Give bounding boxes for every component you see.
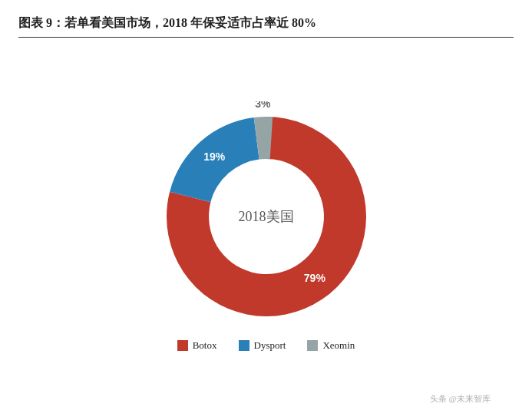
legend: Botox Dysport Xeomin <box>177 339 355 352</box>
legend-item-xeomin: Xeomin <box>307 339 355 352</box>
legend-item-dysport: Dysport <box>239 339 286 352</box>
legend-item-botox: Botox <box>177 339 217 352</box>
dysport-label: Dysport <box>254 339 286 352</box>
donut-chart: 2018美国 <box>151 101 382 332</box>
xeomin-color <box>307 340 318 351</box>
botox-label: Botox <box>193 339 217 352</box>
botox-color <box>177 340 188 351</box>
xeomin-label: Xeomin <box>322 339 355 352</box>
main-container: 图表 9：若单看美国市场，2018 年保妥适市占率近 80% 2018 <box>0 0 532 420</box>
chart-area: 2018美国 Botox Dysport Xeomin 头条 @未来智库 <box>18 38 514 411</box>
dysport-color <box>239 340 249 351</box>
donut-canvas <box>151 101 382 332</box>
watermark: 头条 @未来智库 <box>430 393 491 405</box>
chart-title: 图表 9：若单看美国市场，2018 年保妥适市占率近 80% <box>18 14 514 32</box>
